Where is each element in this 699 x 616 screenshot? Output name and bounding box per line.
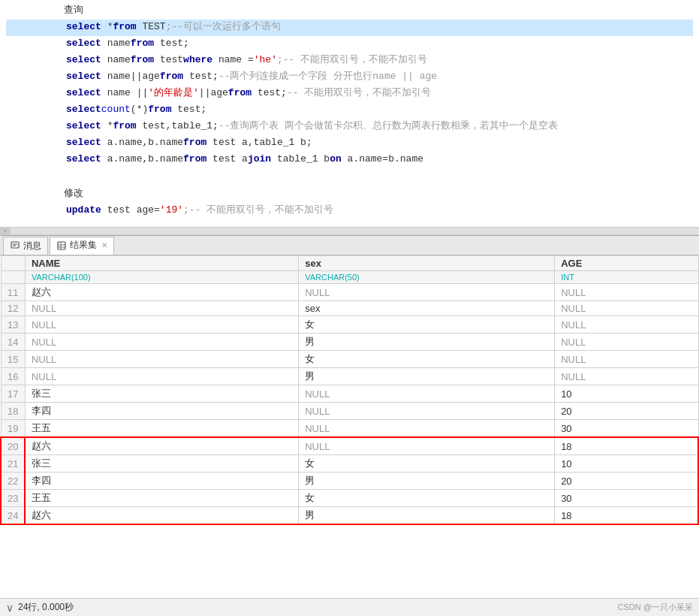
- csdn-watermark: CSDN @一只小呆呆: [618, 602, 693, 613]
- messages-icon: [10, 240, 20, 251]
- status-text: 24行, 0.000秒: [18, 601, 74, 614]
- scrollbar-left-arrow[interactable]: ‹: [0, 228, 11, 234]
- cell-age: 20: [555, 403, 698, 420]
- row-num: 12: [1, 301, 25, 316]
- expand-arrow-icon[interactable]: ∨: [6, 602, 14, 614]
- cell-sex: NULL: [299, 437, 555, 455]
- cell-sex: sex: [299, 301, 555, 316]
- cell-age: NULL: [555, 284, 698, 301]
- status-bar: ∨ 24行, 0.000秒 CSDN @一只小呆呆: [0, 598, 699, 616]
- results-area: 消息 结果集 ✕ NAME sex AGE: [0, 235, 699, 598]
- cell-name: 李四: [25, 473, 298, 490]
- cell-name: 王五: [25, 420, 298, 438]
- table-row: 13NULL女NULL: [1, 316, 698, 334]
- col-sex-type: VARCHAR(50): [299, 271, 555, 284]
- cell-age: 30: [555, 490, 698, 507]
- row-num: 13: [1, 316, 25, 334]
- editor-area: 查询 select * from TEST ;--可以一次运行多个语句 sele…: [0, 0, 699, 235]
- cell-age: NULL: [555, 368, 698, 385]
- cell-age: 10: [555, 385, 698, 403]
- row-num: 16: [1, 368, 25, 385]
- table-container[interactable]: NAME sex AGE VARCHAR(100) VARCHAR(50) IN…: [0, 255, 699, 598]
- cell-sex: 男: [299, 473, 555, 490]
- cell-sex: 男: [299, 507, 555, 525]
- cell-sex: NULL: [299, 385, 555, 403]
- col-age-type: INT: [555, 271, 698, 284]
- table-row: 17张三NULL10: [1, 385, 698, 403]
- svg-rect-3: [58, 242, 65, 249]
- cell-age: 18: [555, 437, 698, 455]
- col-rownum-type: [1, 271, 25, 284]
- cell-sex: 女: [299, 316, 555, 334]
- code-line-update: update test age='19';-- 不能用双引号，不能不加引号: [6, 203, 693, 219]
- cell-name: 张三: [25, 455, 298, 473]
- code-line-5: select name || '的年龄是'||age from test;-- …: [6, 86, 693, 102]
- code-line-8: select a.name,b.name from test a,table_1…: [6, 135, 693, 152]
- cell-age: 10: [555, 455, 698, 473]
- cell-age: NULL: [555, 301, 698, 316]
- col-age-header: AGE: [555, 256, 698, 271]
- tab-messages[interactable]: 消息: [3, 237, 48, 255]
- cell-sex: 女: [299, 490, 555, 507]
- section-gap: [6, 168, 693, 180]
- table-row: 15NULL女NULL: [1, 351, 698, 368]
- cell-age: 20: [555, 473, 698, 490]
- kw-select-1: select: [66, 20, 101, 35]
- code-block-modify: update test age='19';-- 不能用双引号，不能不加引号: [0, 201, 699, 227]
- results-table: NAME sex AGE VARCHAR(100) VARCHAR(50) IN…: [0, 255, 699, 525]
- table-row: 16NULL男NULL: [1, 368, 698, 385]
- table-row: 18李四NULL20: [1, 403, 698, 420]
- row-num: 19: [1, 420, 25, 438]
- table-row: 22李四男20: [1, 473, 698, 490]
- section1-label: 查询: [0, 0, 699, 18]
- status-left: ∨ 24行, 0.000秒: [6, 601, 74, 614]
- cell-age: 18: [555, 507, 698, 525]
- tab-messages-label: 消息: [23, 240, 41, 252]
- col-rownum-header: [1, 256, 25, 271]
- code-line-1: select * from TEST ;--可以一次运行多个语句: [6, 20, 693, 36]
- col-sex-header: sex: [299, 256, 555, 271]
- row-num: 11: [1, 284, 25, 301]
- h-scrollbar[interactable]: ‹: [0, 227, 699, 234]
- cell-name: NULL: [25, 368, 298, 385]
- results-icon: [56, 240, 67, 251]
- row-num: 18: [1, 403, 25, 420]
- cell-name: NULL: [25, 316, 298, 334]
- comment-1: ;--可以一次运行多个语句: [166, 20, 281, 35]
- kw-from-1: from: [113, 20, 136, 35]
- cell-age: 30: [555, 420, 698, 438]
- row-num: 21: [1, 455, 25, 473]
- cell-age: NULL: [555, 334, 698, 351]
- cell-name: 李四: [25, 403, 298, 420]
- table-row: 14NULL男NULL: [1, 334, 698, 351]
- col-name-type: VARCHAR(100): [25, 271, 298, 284]
- main-container: 查询 select * from TEST ;--可以一次运行多个语句 sele…: [0, 0, 699, 616]
- code-line-4: select name||age from test;--两个列连接成一个字段 …: [6, 69, 693, 86]
- row-num: 22: [1, 473, 25, 490]
- cell-sex: NULL: [299, 420, 555, 438]
- svg-rect-0: [11, 242, 19, 248]
- cell-name: 王五: [25, 490, 298, 507]
- code-line-2: select name from test;: [6, 36, 693, 53]
- cell-sex: 男: [299, 368, 555, 385]
- row-num: 20: [1, 437, 25, 455]
- cell-name: 赵六: [25, 437, 298, 455]
- cell-sex: 女: [299, 455, 555, 473]
- tab-results-close[interactable]: ✕: [101, 241, 107, 249]
- code-line-3: select name from test where name ='he';-…: [6, 53, 693, 69]
- cell-name: 张三: [25, 385, 298, 403]
- code-block-queries: select * from TEST ;--可以一次运行多个语句 select …: [0, 18, 699, 183]
- code-line-7: select * from test,table_1;--查询两个表 两个会做笛…: [6, 119, 693, 135]
- table-row: 20赵六NULL18: [1, 437, 698, 455]
- row-num: 23: [1, 490, 25, 507]
- cell-sex: 男: [299, 334, 555, 351]
- table-row: 11赵六NULLNULL: [1, 284, 698, 301]
- code-line-6: select count(*) from test;: [6, 102, 693, 119]
- cell-age: NULL: [555, 316, 698, 334]
- tab-results[interactable]: 结果集 ✕: [50, 237, 114, 255]
- cell-name: NULL: [25, 301, 298, 316]
- section2-label: 修改: [0, 183, 699, 201]
- row-num: 24: [1, 507, 25, 525]
- row-num: 15: [1, 351, 25, 368]
- cell-name: 赵六: [25, 284, 298, 301]
